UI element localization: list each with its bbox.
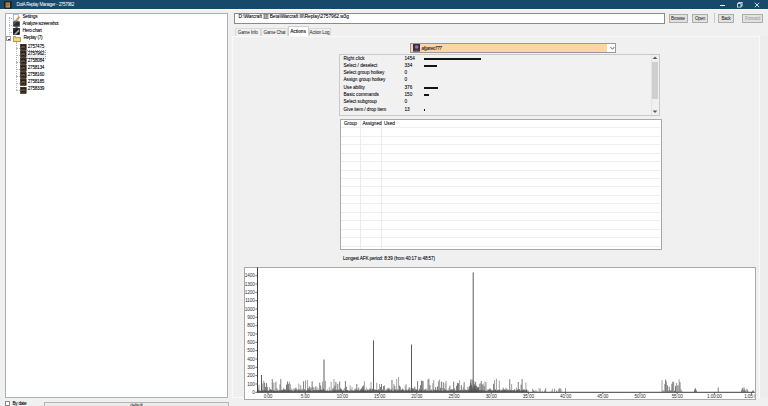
svg-text:55:00: 55:00: [672, 394, 684, 399]
svg-text:20:00: 20:00: [411, 394, 423, 399]
svg-text:1200: 1200: [245, 290, 255, 295]
svg-text:400: 400: [247, 357, 255, 362]
svg-text:200: 200: [247, 373, 255, 378]
svg-text:30:00: 30:00: [486, 394, 498, 399]
svg-text:1400: 1400: [245, 273, 255, 278]
svg-text:10:00: 10:00: [337, 394, 349, 399]
svg-text:0: 0: [252, 390, 255, 395]
svg-text:35:00: 35:00: [523, 394, 535, 399]
svg-text:600: 600: [247, 340, 255, 345]
svg-text:1:00:00: 1:00:00: [707, 394, 722, 399]
svg-text:40:00: 40:00: [560, 394, 572, 399]
svg-text:300: 300: [247, 365, 255, 370]
svg-text:100: 100: [247, 382, 255, 387]
svg-text:0:00: 0:00: [264, 394, 273, 399]
svg-text:1000: 1000: [245, 307, 255, 312]
svg-text:700: 700: [247, 332, 255, 337]
svg-text:50:00: 50:00: [634, 394, 646, 399]
svg-text:1300: 1300: [245, 282, 255, 287]
svg-text:45:00: 45:00: [597, 394, 609, 399]
svg-text:15:00: 15:00: [374, 394, 386, 399]
svg-text:500: 500: [247, 348, 255, 353]
svg-text:1100: 1100: [245, 298, 255, 303]
svg-text:5:00: 5:00: [301, 394, 310, 399]
svg-text:25:00: 25:00: [448, 394, 460, 399]
svg-text:1:05:00: 1:05:00: [744, 394, 759, 399]
svg-text:900: 900: [247, 315, 255, 320]
svg-text:800: 800: [247, 323, 255, 328]
